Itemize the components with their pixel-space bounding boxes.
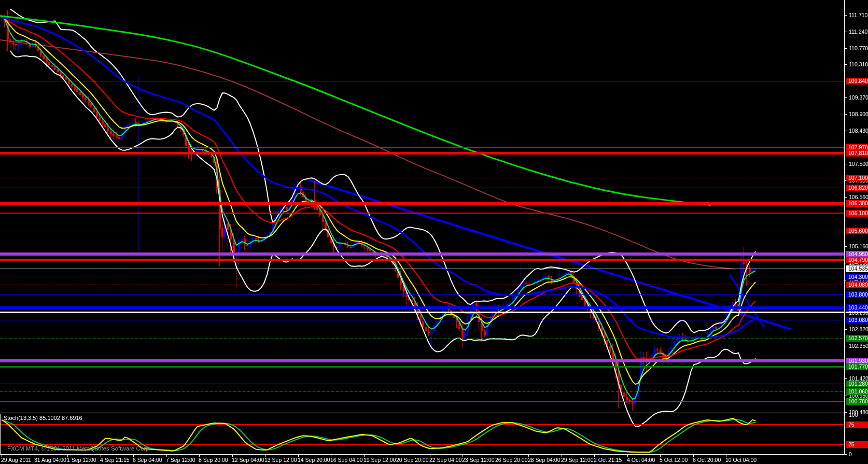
platform-watermark: FXCM MT4, © 2001-2011 MetaQuotes Softwar…	[7, 445, 151, 452]
price-axis[interactable]	[844, 0, 868, 454]
time-axis[interactable]	[0, 455, 868, 464]
mt4-chart-window: 111.710111.240110.770110.310109.370108.9…	[0, 0, 868, 464]
stoch-indicator-label: Stoch(13,3,5) 85.1002 87.6916	[4, 415, 82, 421]
chart-canvas[interactable]	[0, 0, 868, 464]
